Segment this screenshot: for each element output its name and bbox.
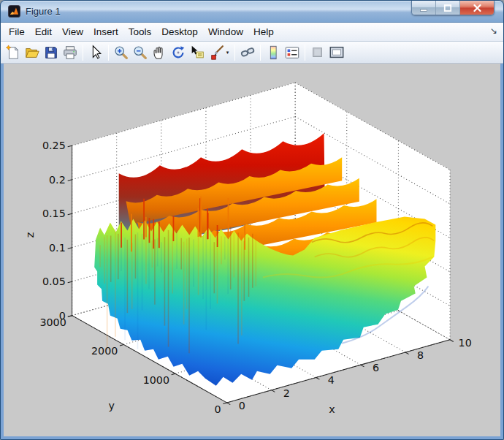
svg-text:0.25: 0.25 (42, 140, 66, 151)
svg-text:x: x (329, 403, 335, 415)
new-figure-button[interactable] (4, 44, 23, 61)
rotate-3d-button[interactable] (169, 44, 188, 61)
zoom-out-button[interactable] (131, 44, 150, 61)
toolbar-separator (305, 45, 305, 61)
svg-text:6: 6 (373, 362, 379, 373)
svg-text:0: 0 (239, 400, 245, 411)
hide-plot-tools-button[interactable] (308, 44, 327, 61)
window-title: Figure 1 (26, 6, 61, 17)
svg-text:3000: 3000 (39, 316, 66, 328)
maximize-button[interactable] (436, 1, 460, 15)
svg-text:0.15: 0.15 (42, 208, 66, 219)
link-plot-button[interactable] (238, 44, 257, 61)
svg-text:0.2: 0.2 (49, 174, 66, 186)
rotate-3d-icon (170, 45, 186, 61)
figure-toolbar: ▾ (1, 42, 503, 64)
zoom-in-icon (113, 45, 129, 61)
brush-button[interactable]: ▾ (207, 44, 232, 61)
menu-overflow-arrow-icon[interactable]: ↘ (490, 26, 497, 36)
svg-text:10: 10 (459, 337, 472, 349)
link-plot-icon (240, 45, 256, 61)
window-border (1, 436, 503, 440)
matlab-logo-icon (8, 5, 20, 18)
pan-icon (151, 45, 167, 61)
zoom-in-button[interactable] (112, 44, 131, 61)
titlebar[interactable]: Figure 1 (1, 1, 503, 23)
insert-colorbar-icon (265, 45, 281, 61)
figure-window: Figure 1 FileEditViewInsertToolsDesktopW… (0, 0, 504, 440)
show-plot-tools-button[interactable] (327, 44, 346, 61)
svg-text:0.05: 0.05 (42, 276, 66, 287)
print-figure-button[interactable] (61, 44, 80, 61)
menu-item-window[interactable]: Window (203, 23, 248, 40)
svg-text:2000: 2000 (91, 345, 118, 357)
menu-item-tools[interactable]: Tools (123, 23, 157, 40)
brush-icon (210, 45, 226, 61)
maximize-icon (443, 4, 452, 12)
svg-text:0: 0 (215, 403, 221, 415)
svg-text:z: z (24, 232, 36, 238)
open-file-icon (24, 45, 40, 61)
save-figure-icon (43, 45, 59, 61)
toolbar-separator (260, 45, 261, 61)
save-figure-button[interactable] (42, 44, 61, 61)
figure-canvas[interactable]: 00.050.10.150.20.2501000200030000246810x… (4, 64, 500, 436)
svg-text:y: y (109, 400, 115, 411)
menu-item-view[interactable]: View (57, 23, 88, 40)
menu-item-help[interactable]: Help (248, 23, 279, 40)
menu-item-edit[interactable]: Edit (30, 23, 57, 40)
svg-text:1000: 1000 (143, 374, 169, 386)
minimize-button[interactable] (412, 1, 436, 15)
menubar: FileEditViewInsertToolsDesktopWindowHelp… (1, 23, 503, 42)
svg-text:8: 8 (417, 349, 424, 361)
menu-item-desktop[interactable]: Desktop (156, 23, 203, 40)
new-figure-icon (5, 45, 21, 61)
data-cursor-button[interactable] (188, 44, 207, 61)
svg-text:4: 4 (328, 374, 335, 386)
toolbar-separator (108, 45, 109, 61)
svg-text:0.1: 0.1 (49, 242, 66, 254)
edit-plot-button[interactable] (86, 44, 105, 61)
data-cursor-icon (189, 45, 205, 61)
window-controls (411, 1, 495, 15)
open-file-button[interactable] (23, 44, 42, 61)
show-plot-tools-icon (329, 45, 345, 61)
menu-item-file[interactable]: File (4, 23, 30, 40)
hide-plot-tools-icon (310, 45, 326, 61)
pan-button[interactable] (150, 44, 169, 61)
surface-plot[interactable]: 00.050.10.150.20.2501000200030000246810x… (4, 64, 500, 436)
svg-text:2: 2 (283, 387, 290, 399)
close-icon (473, 4, 482, 12)
toolbar-separator (234, 45, 235, 61)
menu-item-insert[interactable]: Insert (88, 23, 123, 40)
edit-plot-icon (88, 45, 104, 61)
insert-legend-icon (284, 45, 300, 61)
toolbar-separator (83, 45, 83, 61)
close-button[interactable] (460, 1, 494, 15)
dropdown-caret-icon[interactable]: ▾ (226, 50, 229, 56)
zoom-out-icon (132, 45, 148, 61)
minimize-icon (419, 4, 428, 12)
insert-legend-button[interactable] (283, 44, 302, 61)
insert-colorbar-button[interactable] (264, 44, 283, 61)
print-figure-icon (62, 45, 78, 61)
